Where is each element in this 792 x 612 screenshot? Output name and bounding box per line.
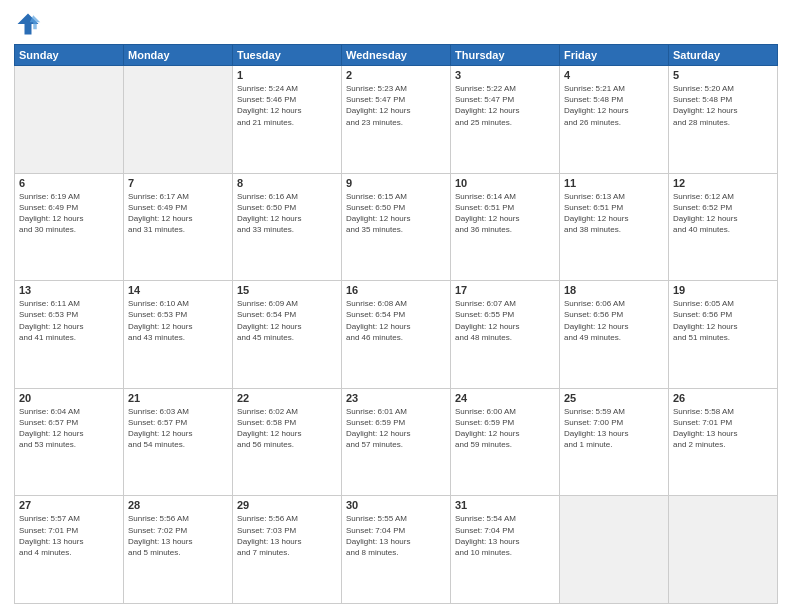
calendar-cell — [15, 66, 124, 174]
day-info: Sunrise: 6:03 AM Sunset: 6:57 PM Dayligh… — [128, 406, 228, 451]
day-number: 8 — [237, 177, 337, 189]
calendar-cell: 19Sunrise: 6:05 AM Sunset: 6:56 PM Dayli… — [669, 281, 778, 389]
day-info: Sunrise: 5:22 AM Sunset: 5:47 PM Dayligh… — [455, 83, 555, 128]
day-number: 14 — [128, 284, 228, 296]
day-info: Sunrise: 6:02 AM Sunset: 6:58 PM Dayligh… — [237, 406, 337, 451]
header-cell-thursday: Thursday — [451, 45, 560, 66]
day-number: 15 — [237, 284, 337, 296]
header — [14, 10, 778, 38]
page: SundayMondayTuesdayWednesdayThursdayFrid… — [0, 0, 792, 612]
calendar-cell: 20Sunrise: 6:04 AM Sunset: 6:57 PM Dayli… — [15, 388, 124, 496]
day-info: Sunrise: 5:58 AM Sunset: 7:01 PM Dayligh… — [673, 406, 773, 451]
calendar-table: SundayMondayTuesdayWednesdayThursdayFrid… — [14, 44, 778, 604]
calendar-cell: 9Sunrise: 6:15 AM Sunset: 6:50 PM Daylig… — [342, 173, 451, 281]
day-number: 10 — [455, 177, 555, 189]
day-number: 31 — [455, 499, 555, 511]
day-info: Sunrise: 6:00 AM Sunset: 6:59 PM Dayligh… — [455, 406, 555, 451]
day-info: Sunrise: 5:56 AM Sunset: 7:02 PM Dayligh… — [128, 513, 228, 558]
day-number: 20 — [19, 392, 119, 404]
day-info: Sunrise: 6:06 AM Sunset: 6:56 PM Dayligh… — [564, 298, 664, 343]
calendar-cell: 16Sunrise: 6:08 AM Sunset: 6:54 PM Dayli… — [342, 281, 451, 389]
calendar-cell: 2Sunrise: 5:23 AM Sunset: 5:47 PM Daylig… — [342, 66, 451, 174]
calendar-cell: 5Sunrise: 5:20 AM Sunset: 5:48 PM Daylig… — [669, 66, 778, 174]
day-info: Sunrise: 5:56 AM Sunset: 7:03 PM Dayligh… — [237, 513, 337, 558]
day-number: 19 — [673, 284, 773, 296]
header-cell-wednesday: Wednesday — [342, 45, 451, 66]
calendar-cell: 4Sunrise: 5:21 AM Sunset: 5:48 PM Daylig… — [560, 66, 669, 174]
day-number: 26 — [673, 392, 773, 404]
day-number: 27 — [19, 499, 119, 511]
logo — [14, 10, 46, 38]
day-number: 12 — [673, 177, 773, 189]
day-info: Sunrise: 5:24 AM Sunset: 5:46 PM Dayligh… — [237, 83, 337, 128]
calendar-cell: 3Sunrise: 5:22 AM Sunset: 5:47 PM Daylig… — [451, 66, 560, 174]
calendar-cell: 27Sunrise: 5:57 AM Sunset: 7:01 PM Dayli… — [15, 496, 124, 604]
day-info: Sunrise: 6:08 AM Sunset: 6:54 PM Dayligh… — [346, 298, 446, 343]
week-row-1: 6Sunrise: 6:19 AM Sunset: 6:49 PM Daylig… — [15, 173, 778, 281]
calendar-cell: 31Sunrise: 5:54 AM Sunset: 7:04 PM Dayli… — [451, 496, 560, 604]
calendar-header: SundayMondayTuesdayWednesdayThursdayFrid… — [15, 45, 778, 66]
week-row-0: 1Sunrise: 5:24 AM Sunset: 5:46 PM Daylig… — [15, 66, 778, 174]
day-info: Sunrise: 6:04 AM Sunset: 6:57 PM Dayligh… — [19, 406, 119, 451]
calendar-cell: 12Sunrise: 6:12 AM Sunset: 6:52 PM Dayli… — [669, 173, 778, 281]
day-info: Sunrise: 6:11 AM Sunset: 6:53 PM Dayligh… — [19, 298, 119, 343]
calendar-cell: 10Sunrise: 6:14 AM Sunset: 6:51 PM Dayli… — [451, 173, 560, 281]
header-cell-tuesday: Tuesday — [233, 45, 342, 66]
header-row: SundayMondayTuesdayWednesdayThursdayFrid… — [15, 45, 778, 66]
day-info: Sunrise: 5:20 AM Sunset: 5:48 PM Dayligh… — [673, 83, 773, 128]
calendar-cell: 22Sunrise: 6:02 AM Sunset: 6:58 PM Dayli… — [233, 388, 342, 496]
day-info: Sunrise: 5:54 AM Sunset: 7:04 PM Dayligh… — [455, 513, 555, 558]
calendar-cell: 29Sunrise: 5:56 AM Sunset: 7:03 PM Dayli… — [233, 496, 342, 604]
day-number: 17 — [455, 284, 555, 296]
day-number: 7 — [128, 177, 228, 189]
header-cell-monday: Monday — [124, 45, 233, 66]
day-number: 23 — [346, 392, 446, 404]
day-number: 5 — [673, 69, 773, 81]
day-number: 4 — [564, 69, 664, 81]
calendar-cell: 24Sunrise: 6:00 AM Sunset: 6:59 PM Dayli… — [451, 388, 560, 496]
day-number: 1 — [237, 69, 337, 81]
calendar-cell: 17Sunrise: 6:07 AM Sunset: 6:55 PM Dayli… — [451, 281, 560, 389]
week-row-3: 20Sunrise: 6:04 AM Sunset: 6:57 PM Dayli… — [15, 388, 778, 496]
week-row-2: 13Sunrise: 6:11 AM Sunset: 6:53 PM Dayli… — [15, 281, 778, 389]
day-info: Sunrise: 6:16 AM Sunset: 6:50 PM Dayligh… — [237, 191, 337, 236]
calendar-cell: 26Sunrise: 5:58 AM Sunset: 7:01 PM Dayli… — [669, 388, 778, 496]
calendar-cell: 25Sunrise: 5:59 AM Sunset: 7:00 PM Dayli… — [560, 388, 669, 496]
day-number: 13 — [19, 284, 119, 296]
day-info: Sunrise: 5:23 AM Sunset: 5:47 PM Dayligh… — [346, 83, 446, 128]
day-info: Sunrise: 5:21 AM Sunset: 5:48 PM Dayligh… — [564, 83, 664, 128]
day-number: 16 — [346, 284, 446, 296]
day-info: Sunrise: 6:12 AM Sunset: 6:52 PM Dayligh… — [673, 191, 773, 236]
calendar-cell: 1Sunrise: 5:24 AM Sunset: 5:46 PM Daylig… — [233, 66, 342, 174]
day-number: 2 — [346, 69, 446, 81]
day-number: 29 — [237, 499, 337, 511]
calendar-cell: 21Sunrise: 6:03 AM Sunset: 6:57 PM Dayli… — [124, 388, 233, 496]
calendar-cell: 18Sunrise: 6:06 AM Sunset: 6:56 PM Dayli… — [560, 281, 669, 389]
day-number: 11 — [564, 177, 664, 189]
calendar-cell: 6Sunrise: 6:19 AM Sunset: 6:49 PM Daylig… — [15, 173, 124, 281]
calendar-cell: 28Sunrise: 5:56 AM Sunset: 7:02 PM Dayli… — [124, 496, 233, 604]
day-info: Sunrise: 6:13 AM Sunset: 6:51 PM Dayligh… — [564, 191, 664, 236]
calendar-cell — [560, 496, 669, 604]
day-number: 6 — [19, 177, 119, 189]
calendar-body: 1Sunrise: 5:24 AM Sunset: 5:46 PM Daylig… — [15, 66, 778, 604]
calendar-cell: 8Sunrise: 6:16 AM Sunset: 6:50 PM Daylig… — [233, 173, 342, 281]
day-number: 18 — [564, 284, 664, 296]
calendar-cell: 13Sunrise: 6:11 AM Sunset: 6:53 PM Dayli… — [15, 281, 124, 389]
day-info: Sunrise: 6:07 AM Sunset: 6:55 PM Dayligh… — [455, 298, 555, 343]
day-info: Sunrise: 6:14 AM Sunset: 6:51 PM Dayligh… — [455, 191, 555, 236]
calendar-cell: 7Sunrise: 6:17 AM Sunset: 6:49 PM Daylig… — [124, 173, 233, 281]
day-number: 22 — [237, 392, 337, 404]
day-info: Sunrise: 6:01 AM Sunset: 6:59 PM Dayligh… — [346, 406, 446, 451]
header-cell-saturday: Saturday — [669, 45, 778, 66]
calendar-cell: 30Sunrise: 5:55 AM Sunset: 7:04 PM Dayli… — [342, 496, 451, 604]
day-number: 9 — [346, 177, 446, 189]
header-cell-friday: Friday — [560, 45, 669, 66]
day-number: 25 — [564, 392, 664, 404]
day-info: Sunrise: 5:55 AM Sunset: 7:04 PM Dayligh… — [346, 513, 446, 558]
day-number: 3 — [455, 69, 555, 81]
day-number: 30 — [346, 499, 446, 511]
day-info: Sunrise: 5:57 AM Sunset: 7:01 PM Dayligh… — [19, 513, 119, 558]
logo-icon — [14, 10, 42, 38]
calendar-cell: 23Sunrise: 6:01 AM Sunset: 6:59 PM Dayli… — [342, 388, 451, 496]
